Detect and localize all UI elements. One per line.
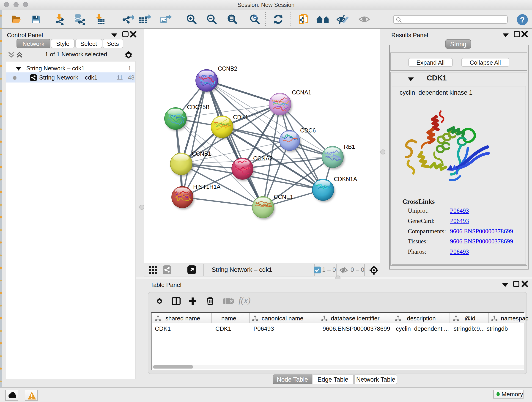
svg-text:CDC6: CDC6 <box>300 127 316 134</box>
svg-text:CDK1: CDK1 <box>233 114 248 120</box>
svg-text:HIST1H1A: HIST1H1A <box>193 184 221 190</box>
svg-text:CCNB1: CCNB1 <box>192 150 211 157</box>
svg-text:CDKN1A: CDKN1A <box>334 176 357 182</box>
svg-text:CCNE1: CCNE1 <box>274 194 293 200</box>
svg-text:CCNA2: CCNA2 <box>253 155 273 162</box>
svg-text:CCNB2: CCNB2 <box>218 65 237 72</box>
svg-text:CDC25B: CDC25B <box>187 104 210 110</box>
svg-text:?: ? <box>520 15 525 24</box>
svg-text:RB1: RB1 <box>344 143 355 150</box>
svg-text:CCNA1: CCNA1 <box>292 89 311 96</box>
